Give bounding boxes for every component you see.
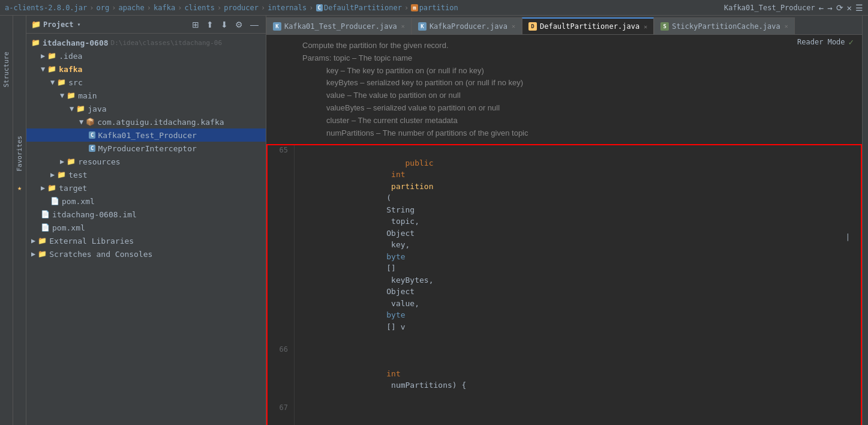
- nav-forward-icon[interactable]: →: [827, 3, 832, 13]
- param-numpartitions-66: numPartitions) {: [386, 381, 466, 390]
- line-content-67: if (keyBytes = null ) {: [307, 403, 861, 425]
- tab-kafkaproducer[interactable]: K KafkaProducer.java ✕: [412, 17, 522, 34]
- doc-keybytes-param: keyBytes – serialized key to partition o…: [302, 77, 850, 89]
- tab-stickypartition[interactable]: S StickyPartitionCache.java ✕: [654, 17, 795, 34]
- tab-kafkaproducer-icon: K: [418, 22, 427, 31]
- main-content: Structure Favorites ★ 📁 Project ▾ ⊞ ⬆ ⬇ …: [0, 16, 868, 425]
- sep7: ›: [309, 4, 313, 12]
- tab-kafka01-label: Kafka01_Test_Producer.java: [284, 22, 397, 31]
- sidebar-settings-btn[interactable]: ⚙: [233, 19, 245, 31]
- tree-item-ext-libs[interactable]: ▶ 📁 External Libraries: [26, 234, 266, 247]
- gutter-67: [295, 403, 307, 425]
- breadcrumb-kafka[interactable]: kafka: [154, 4, 175, 12]
- java-expand-icon: ▼: [70, 104, 74, 113]
- src-label: src: [68, 78, 82, 87]
- idea-label: .idea: [59, 52, 82, 61]
- code-editor[interactable]: Reader Mode ✓ Compute the partition for …: [266, 35, 862, 425]
- nav-back-icon[interactable]: ←: [819, 3, 824, 13]
- sep6: ›: [261, 4, 265, 12]
- tree-item-src[interactable]: ▼ 📁 src: [26, 76, 266, 89]
- main-folder-icon: 📁: [67, 91, 76, 100]
- code-line-66: 66 int numPartitions) {: [268, 345, 861, 403]
- app-root: a-clients-2.8.0.jar › org › apache › kaf…: [0, 0, 868, 425]
- kw-public-65: public: [386, 158, 433, 167]
- close-top-icon[interactable]: ✕: [847, 3, 852, 13]
- tab-kafkaproducer-close[interactable]: ✕: [512, 23, 515, 29]
- sidebar-minimize-btn[interactable]: —: [248, 19, 261, 31]
- pom1-xml-icon: 📄: [50, 197, 59, 205]
- breadcrumb-internals[interactable]: internals: [268, 4, 307, 12]
- favorites-label[interactable]: Favorites: [16, 136, 23, 172]
- kafka-folder-icon: 📁: [47, 65, 56, 73]
- src-expand-icon: ▼: [50, 78, 55, 86]
- tab-bar: K Kafka01_Test_Producer.java ✕ K KafkaPr…: [266, 16, 862, 35]
- tab-stickypartition-close[interactable]: ✕: [785, 23, 788, 29]
- sidebar-align-top-btn[interactable]: ⬆: [204, 19, 216, 31]
- tree-item-java[interactable]: ▼ 📁 java: [26, 102, 266, 115]
- kafka-label: kafka: [59, 65, 82, 74]
- tree-item-myproducer[interactable]: C MyProducerInterceptor: [26, 142, 266, 155]
- scrollbar[interactable]: [862, 16, 868, 425]
- breadcrumb-clients[interactable]: clients: [184, 4, 215, 12]
- breadcrumb-producer[interactable]: producer: [224, 4, 259, 12]
- breadcrumb-org[interactable]: org: [97, 4, 110, 12]
- scratches-expand-icon: ▶: [31, 250, 35, 258]
- tab-defaultpartitioner[interactable]: D DefaultPartitioner.java ✕: [522, 17, 654, 34]
- sidebar-toolbar: 📁 Project ▾ ⊞ ⬆ ⬇ ⚙ —: [26, 16, 266, 34]
- ext-folder-icon: 📁: [38, 237, 47, 245]
- reader-mode-label: Reader Mode: [797, 38, 845, 46]
- menu-icon[interactable]: ☰: [855, 3, 863, 13]
- line-num-67: 67: [268, 403, 295, 425]
- doc-cluster-param: cluster – The current cluster metadata: [302, 115, 850, 127]
- top-bar-actions: Kafka01_Test_Producer ← → ⟳ ✕ ☰: [724, 3, 863, 13]
- tree-item-target[interactable]: ▶ 📁 target: [26, 181, 266, 194]
- line-num-65: 65: [268, 145, 295, 345]
- paren-65: (: [386, 193, 391, 202]
- param-keybytes-65: keyBytes,: [386, 276, 438, 285]
- sep8: ›: [404, 4, 409, 12]
- tree-item-pom1[interactable]: 📄 pom.xml: [26, 194, 266, 208]
- favorites-panel: Favorites ★: [13, 16, 26, 425]
- sidebar-actions: ⊞ ⬆ ⬇ ⚙ —: [190, 19, 261, 31]
- bracket-65: []: [386, 264, 396, 273]
- test-expand-icon: ▶: [50, 170, 55, 179]
- structure-label[interactable]: Structure: [2, 52, 10, 88]
- tab-kafka01-icon: K: [273, 22, 281, 31]
- tab-kafka01[interactable]: K Kafka01_Test_Producer.java ✕: [266, 17, 412, 34]
- myproducer-label: MyProducerInterceptor: [98, 144, 196, 153]
- tree-item-iml[interactable]: 📄 itdachang-0608.iml: [26, 208, 266, 221]
- sidebar-collapse-btn[interactable]: ⊞: [190, 19, 202, 31]
- gutter-65: [295, 145, 307, 345]
- tree-item-kafka01[interactable]: C Kafka01_Test_Producer: [26, 128, 266, 142]
- tree-item-test[interactable]: ▶ 📁 test: [26, 168, 266, 181]
- code-line-67: 67 if (keyBytes = null ) {: [268, 403, 861, 425]
- tab-defaultpartitioner-close[interactable]: ✕: [644, 23, 647, 30]
- tab-stickypartition-icon: S: [660, 22, 669, 31]
- project-dropdown-icon[interactable]: ▾: [77, 21, 81, 28]
- scratches-folder-icon: 📁: [38, 250, 47, 258]
- resources-label: resources: [78, 157, 120, 166]
- refresh-icon[interactable]: ⟳: [836, 3, 843, 13]
- pom2-label: pom.xml: [52, 223, 85, 232]
- tree-item-scratches[interactable]: ▶ 📁 Scratches and Consoles: [26, 247, 266, 261]
- breadcrumb-defaultpartitioner[interactable]: DefaultPartitioner: [324, 4, 402, 12]
- breadcrumb-partition[interactable]: partition: [419, 4, 458, 12]
- tree-item-resources[interactable]: ▶ 📁 resources: [26, 155, 266, 168]
- tree-item-pom2[interactable]: 📄 pom.xml: [26, 221, 266, 234]
- idea-folder-icon: ▶: [41, 52, 45, 60]
- tree-item-idea[interactable]: ▶ 📁 .idea: [26, 49, 266, 62]
- sep1: ›: [89, 4, 94, 12]
- tab-kafka01-close[interactable]: ✕: [401, 23, 405, 29]
- sidebar-align-bottom-btn[interactable]: ⬇: [218, 19, 230, 31]
- root-folder-icon: 📁: [31, 38, 40, 47]
- tree-item-root[interactable]: 📁 itdachang-0608 D:\idea\classes\itdacha…: [26, 36, 266, 49]
- tree-item-package[interactable]: ▼ 📦 com.atguigu.itdachang.kafka: [26, 115, 266, 128]
- breadcrumb-apache[interactable]: apache: [118, 4, 144, 12]
- tree-item-kafka[interactable]: ▼ 📁 kafka: [26, 62, 266, 76]
- doc-key-param: key – The key to partition on (or null i…: [302, 65, 850, 77]
- sep4: ›: [178, 4, 182, 12]
- breadcrumb-jar[interactable]: a-clients-2.8.0.jar: [5, 4, 87, 12]
- tree-item-main[interactable]: ▼ 📁 main: [26, 89, 266, 102]
- kafka01-label: Kafka01_Test_Producer: [98, 131, 196, 140]
- resources-expand-icon: ▶: [60, 157, 64, 166]
